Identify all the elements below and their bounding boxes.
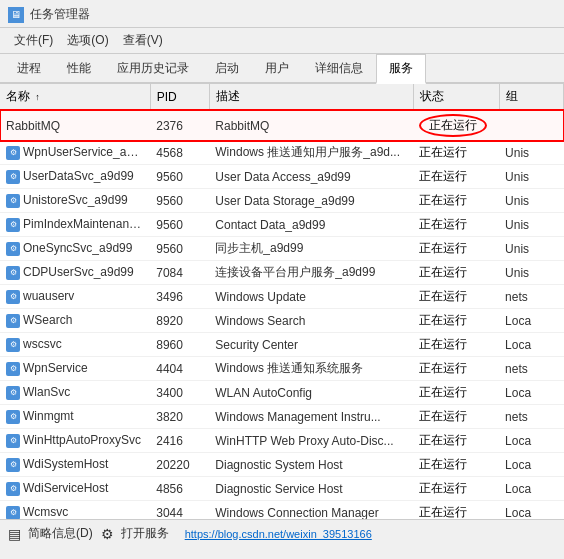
col-header-group[interactable]: 组	[499, 84, 563, 110]
cell-desc: Diagnostic System Host	[209, 453, 413, 477]
cell-name: ⚙wuauserv	[0, 285, 150, 309]
cell-group: Unis	[499, 165, 563, 189]
cell-pid: 8920	[150, 309, 209, 333]
tab-用户[interactable]: 用户	[252, 54, 302, 84]
cell-desc: Windows 推送通知系统服务	[209, 357, 413, 381]
table-row[interactable]: ⚙wuauserv3496Windows Update正在运行nets	[0, 285, 564, 309]
cell-pid: 9560	[150, 213, 209, 237]
col-header-name[interactable]: 名称 ↑	[0, 84, 150, 110]
col-header-pid[interactable]: PID	[150, 84, 209, 110]
simplify-label[interactable]: 简略信息(D)	[28, 525, 93, 542]
table-row[interactable]: ⚙WpnUserService_a9d994568Windows 推送通知用户服…	[0, 141, 564, 165]
cell-pid: 3400	[150, 381, 209, 405]
cell-desc: Windows Connection Manager	[209, 501, 413, 520]
table-row[interactable]: ⚙WpnService4404Windows 推送通知系统服务正在运行nets	[0, 357, 564, 381]
cell-status: 正在运行	[413, 453, 499, 477]
status-badge: 正在运行	[419, 114, 487, 137]
tab-服务[interactable]: 服务	[376, 54, 426, 84]
service-icon: ⚙	[6, 170, 20, 184]
cell-status: 正在运行	[413, 110, 499, 141]
tab-详细信息[interactable]: 详细信息	[302, 54, 376, 84]
cell-pid: 7084	[150, 261, 209, 285]
service-icon: ⚙	[6, 434, 20, 448]
service-icon: ⚙	[6, 410, 20, 424]
cell-desc: Windows Search	[209, 309, 413, 333]
service-icon: ⚙	[6, 338, 20, 352]
cell-name: ⚙wscsvc	[0, 333, 150, 357]
col-header-desc[interactable]: 描述	[209, 84, 413, 110]
table-row[interactable]: ⚙Winmgmt3820Windows Management Instru...…	[0, 405, 564, 429]
cell-desc: WLAN AutoConfig	[209, 381, 413, 405]
service-icon: ⚙	[101, 526, 117, 542]
cell-status: 正在运行	[413, 237, 499, 261]
cell-pid: 4404	[150, 357, 209, 381]
table-row[interactable]: ⚙Wcmsvc3044Windows Connection Manager正在运…	[0, 501, 564, 520]
table-row[interactable]: ⚙CDPUserSvc_a9d997084连接设备平台用户服务_a9d99正在运…	[0, 261, 564, 285]
service-icon: ⚙	[6, 194, 20, 208]
app-title: 任务管理器	[30, 6, 90, 23]
col-header-status[interactable]: 状态	[413, 84, 499, 110]
table-row[interactable]: ⚙PimIndexMaintenanceSv...9560Contact Dat…	[0, 213, 564, 237]
cell-name: RabbitMQ	[0, 110, 150, 141]
url-link[interactable]: https://blog.csdn.net/weixin_39513166	[185, 528, 372, 540]
cell-pid: 2416	[150, 429, 209, 453]
cell-group	[499, 110, 563, 141]
cell-group: Loca	[499, 453, 563, 477]
cell-status: 正在运行	[413, 405, 499, 429]
tabs-bar: 进程性能应用历史记录启动用户详细信息服务	[0, 54, 564, 84]
tab-应用历史记录[interactable]: 应用历史记录	[104, 54, 202, 84]
tab-进程[interactable]: 进程	[4, 54, 54, 84]
table-row[interactable]: ⚙WinHttpAutoProxySvc2416WinHTTP Web Prox…	[0, 429, 564, 453]
cell-pid: 9560	[150, 165, 209, 189]
service-icon: ⚙	[6, 314, 20, 328]
cell-pid: 9560	[150, 189, 209, 213]
cell-desc: Windows 推送通知用户服务_a9d...	[209, 141, 413, 165]
cell-group: Loca	[499, 501, 563, 520]
cell-pid: 9560	[150, 237, 209, 261]
cell-status: 正在运行	[413, 381, 499, 405]
service-icon: ⚙	[6, 218, 20, 232]
service-icon: ⚙	[6, 242, 20, 256]
table-container: 名称 ↑ PID 描述 状态 组 RabbitMQ2376RabbitMQ正在运…	[0, 84, 564, 519]
table-row[interactable]: ⚙WSearch8920Windows Search正在运行Loca	[0, 309, 564, 333]
table-row[interactable]: RabbitMQ2376RabbitMQ正在运行	[0, 110, 564, 141]
cell-group: Loca	[499, 333, 563, 357]
open-service-button[interactable]: ⚙ 打开服务	[101, 525, 169, 542]
cell-status: 正在运行	[413, 141, 499, 165]
menu-file[interactable]: 文件(F)	[8, 30, 59, 51]
table-row[interactable]: ⚙WdiSystemHost20220Diagnostic System Hos…	[0, 453, 564, 477]
cell-name: ⚙UnistoreSvc_a9d99	[0, 189, 150, 213]
cell-group: nets	[499, 357, 563, 381]
menu-options[interactable]: 选项(O)	[61, 30, 114, 51]
tab-启动[interactable]: 启动	[202, 54, 252, 84]
cell-name: ⚙WdiServiceHost	[0, 477, 150, 501]
open-service-label[interactable]: 打开服务	[121, 525, 169, 542]
table-row[interactable]: ⚙UnistoreSvc_a9d999560User Data Storage_…	[0, 189, 564, 213]
status-bar: ▤ 简略信息(D) ⚙ 打开服务 https://blog.csdn.net/w…	[0, 519, 564, 547]
cell-desc: WinHTTP Web Proxy Auto-Disc...	[209, 429, 413, 453]
cell-status: 正在运行	[413, 501, 499, 520]
table-row[interactable]: ⚙OneSyncSvc_a9d999560同步主机_a9d99正在运行Unis	[0, 237, 564, 261]
table-row[interactable]: ⚙wscsvc8960Security Center正在运行Loca	[0, 333, 564, 357]
table-row[interactable]: ⚙WlanSvc3400WLAN AutoConfig正在运行Loca	[0, 381, 564, 405]
cell-pid: 3496	[150, 285, 209, 309]
cell-group: Unis	[499, 213, 563, 237]
cell-status: 正在运行	[413, 261, 499, 285]
title-bar: 🖥 任务管理器	[0, 0, 564, 28]
simplify-icon: ▤	[8, 526, 24, 542]
service-icon: ⚙	[6, 458, 20, 472]
cell-group: nets	[499, 405, 563, 429]
cell-pid: 4856	[150, 477, 209, 501]
table-row[interactable]: ⚙UserDataSvc_a9d999560User Data Access_a…	[0, 165, 564, 189]
table-row[interactable]: ⚙WdiServiceHost4856Diagnostic Service Ho…	[0, 477, 564, 501]
menu-view[interactable]: 查看(V)	[117, 30, 169, 51]
cell-desc: Windows Update	[209, 285, 413, 309]
app-icon: 🖥	[8, 7, 24, 23]
simplify-info-button[interactable]: ▤ 简略信息(D)	[8, 525, 93, 542]
cell-name: ⚙PimIndexMaintenanceSv...	[0, 213, 150, 237]
cell-name: ⚙UserDataSvc_a9d99	[0, 165, 150, 189]
tab-性能[interactable]: 性能	[54, 54, 104, 84]
cell-group: Unis	[499, 189, 563, 213]
cell-desc: Security Center	[209, 333, 413, 357]
cell-group: Unis	[499, 141, 563, 165]
